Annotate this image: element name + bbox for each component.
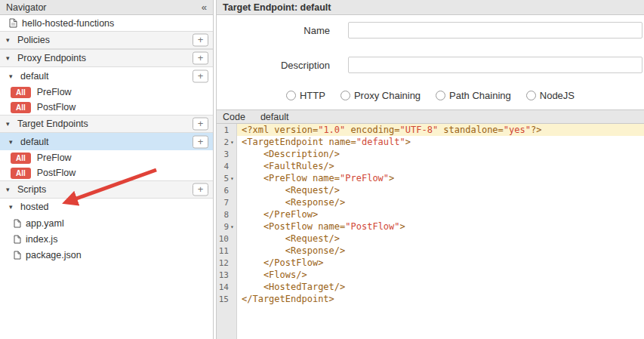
line-number[interactable]: 9▾ (217, 220, 236, 233)
proxy-postflow-item[interactable]: All PostFlow (0, 100, 213, 115)
flow-label: PreFlow (37, 153, 72, 163)
radio-label: NodeJS (540, 90, 575, 101)
section-scripts[interactable]: ▾ Scripts + (0, 180, 213, 199)
code-line[interactable]: </PreFlow> (237, 208, 644, 220)
chevron-down-icon[interactable]: ▾ (9, 72, 16, 80)
line-number[interactable]: 7 (217, 196, 236, 208)
section-target-endpoints[interactable]: ▾ Target Endpoints + (0, 115, 213, 133)
script-file-package-json[interactable]: package.json (0, 247, 213, 263)
file-icon (14, 219, 21, 228)
code-line[interactable]: <HostedTarget/> (237, 281, 644, 293)
endpoint-type-radio-group: HTTP Proxy Chaining Path Chaining NodeJS (217, 90, 644, 101)
code-line[interactable]: </PostFlow> (237, 257, 644, 269)
file-label: app.yaml (26, 218, 64, 229)
code-file-label: default (260, 112, 289, 122)
flow-label: PreFlow (37, 87, 72, 97)
code-line[interactable]: </TargetEndpoint> (237, 293, 644, 305)
line-number[interactable]: 14 (217, 281, 236, 293)
line-number[interactable]: 13 (217, 269, 236, 281)
line-number[interactable]: 15 (217, 293, 236, 305)
description-input[interactable] (348, 57, 642, 73)
fold-toggle-icon[interactable]: ▾ (229, 175, 236, 182)
radio-proxy-chaining[interactable]: Proxy Chaining (340, 90, 421, 101)
code-content[interactable]: <?xml version="1.0" encoding="UTF-8" sta… (237, 124, 644, 339)
flow-label: PostFlow (37, 102, 75, 112)
navigator-header: Navigator « (0, 0, 213, 15)
chevron-down-icon[interactable]: ▾ (6, 186, 13, 193)
target-preflow-item[interactable]: All PreFlow (0, 150, 213, 165)
code-line[interactable]: <FaultRules/> (237, 160, 644, 172)
line-number[interactable]: 1 (217, 124, 236, 136)
add-script-button[interactable]: + (193, 183, 208, 196)
radio-http[interactable]: HTTP (286, 90, 325, 101)
code-panel-header: Code default (217, 109, 644, 124)
script-file-app-yaml[interactable]: app.yaml (0, 215, 213, 231)
line-number[interactable]: 3 (217, 148, 236, 160)
name-label: Name (217, 25, 330, 36)
add-flow-button[interactable]: + (193, 135, 208, 148)
name-input[interactable] (348, 22, 642, 39)
tree-item-proxy-root[interactable]: hello-hosted-functions (0, 15, 213, 31)
code-line[interactable]: <Request/> (237, 233, 644, 245)
code-editor[interactable]: 12▾345▾6789▾101112131415 <?xml version="… (217, 124, 644, 339)
chevron-down-icon[interactable]: ▾ (9, 203, 16, 211)
detail-header-title: Target Endpoint: default (223, 2, 331, 13)
navigator-title: Navigator (6, 2, 47, 13)
add-target-endpoint-button[interactable]: + (193, 118, 208, 131)
radio-nodejs[interactable]: NodeJS (526, 90, 575, 101)
code-line[interactable]: <?xml version="1.0" encoding="UTF-8" sta… (237, 124, 644, 136)
endpoint-form: Name Description HTTP Proxy Chaining P (217, 15, 644, 109)
section-policies[interactable]: ▾ Policies + (0, 31, 213, 49)
flow-condition-badge: All (11, 153, 31, 164)
chevron-down-icon[interactable]: ▾ (6, 54, 13, 62)
add-proxy-endpoint-button[interactable]: + (193, 52, 208, 65)
navigator-tree: hello-hosted-functions ▾ Policies + ▾ Pr… (0, 15, 213, 339)
folder-label: hosted (20, 202, 49, 212)
fold-toggle-icon[interactable]: ▾ (229, 223, 236, 230)
line-number[interactable]: 8 (217, 208, 236, 220)
line-number[interactable]: 5▾ (217, 172, 236, 184)
target-postflow-item[interactable]: All PostFlow (0, 165, 213, 180)
code-line[interactable]: <PreFlow name="PreFlow"> (237, 172, 644, 184)
code-tab-label: Code (223, 112, 245, 122)
radio-button-icon[interactable] (436, 91, 445, 100)
flow-condition-badge: All (11, 87, 31, 98)
chevron-down-icon[interactable]: ▾ (6, 120, 13, 128)
line-number[interactable]: 10 (217, 233, 236, 245)
code-line[interactable]: <TargetEndpoint name="default"> (237, 136, 644, 148)
line-number[interactable]: 2▾ (217, 136, 236, 148)
chevron-down-icon[interactable]: ▾ (6, 36, 13, 44)
line-number[interactable]: 4 (217, 160, 236, 172)
target-endpoint-default[interactable]: ▾ default + (0, 133, 213, 150)
radio-button-icon[interactable] (286, 91, 296, 100)
code-line[interactable]: <PostFlow name="PostFlow"> (237, 220, 644, 233)
code-line[interactable]: <Request/> (237, 184, 644, 196)
radio-button-icon[interactable] (340, 91, 350, 100)
chevron-down-icon[interactable]: ▾ (9, 138, 16, 146)
radio-button-icon[interactable] (526, 91, 536, 100)
proxy-endpoint-default[interactable]: ▾ default + (0, 67, 213, 85)
flow-condition-badge: All (11, 102, 31, 113)
line-number-gutter[interactable]: 12▾345▾6789▾101112131415 (217, 124, 237, 339)
line-number[interactable]: 12 (217, 257, 236, 269)
code-line[interactable]: <Description/> (237, 148, 644, 160)
line-number[interactable]: 11 (217, 245, 236, 257)
scripts-folder-hosted[interactable]: ▾ hosted (0, 199, 213, 215)
fold-toggle-icon[interactable]: ▾ (229, 139, 236, 146)
code-line[interactable]: <Response/> (237, 196, 644, 208)
radio-label: Proxy Chaining (354, 90, 421, 101)
code-line[interactable]: <Flows/> (237, 269, 644, 281)
collapse-navigator-icon[interactable]: « (202, 2, 207, 13)
section-label: Proxy Endpoints (17, 53, 86, 63)
endpoint-label: default (20, 71, 49, 82)
line-number[interactable]: 6 (217, 184, 236, 196)
file-label: index.js (26, 234, 57, 245)
add-policy-button[interactable]: + (193, 34, 208, 47)
file-icon (14, 251, 21, 260)
section-proxy-endpoints[interactable]: ▾ Proxy Endpoints + (0, 49, 213, 67)
add-flow-button[interactable]: + (193, 69, 208, 82)
proxy-preflow-item[interactable]: All PreFlow (0, 85, 213, 100)
code-line[interactable]: <Response/> (237, 245, 644, 257)
script-file-index-js[interactable]: index.js (0, 231, 213, 247)
radio-path-chaining[interactable]: Path Chaining (436, 90, 511, 101)
